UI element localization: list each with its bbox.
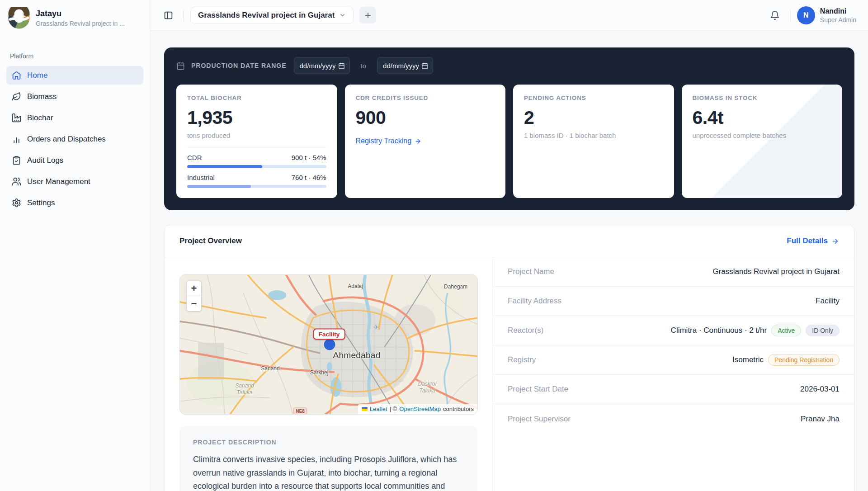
detail-label: Reactor(s)	[508, 326, 543, 335]
sidebar-item-label: Settings	[27, 198, 55, 208]
stat-card-cdr-credits: CDR CREDITS ISSUED 900 Registry Tracking	[345, 85, 506, 198]
project-overview-panel: Project Overview Full Details	[164, 225, 854, 491]
topbar-divider	[184, 9, 184, 21]
brand-subtitle: Grasslands Revival project in ...	[36, 20, 125, 27]
avatar[interactable]: N	[797, 6, 815, 24]
detail-label: Facility Address	[508, 297, 561, 306]
attribution-separator: | ©	[390, 406, 397, 412]
cdr-progress-fill	[187, 165, 262, 168]
map-zoom-in-button[interactable]: +	[187, 281, 201, 296]
stat-label: CDR CREDITS ISSUED	[356, 94, 495, 101]
users-icon	[12, 177, 21, 186]
stat-value: 900	[356, 107, 495, 128]
facility-map[interactable]: ✈ Adalaj Dahegam Ahmedabad Sanand Sarkhe…	[179, 274, 478, 415]
leaf-icon	[12, 92, 21, 101]
project-selector-dropdown[interactable]: Grasslands Revival project in Gujarat	[190, 7, 354, 24]
map-attribution: Leaflet | © OpenStreetMap contributors	[358, 404, 477, 414]
detail-label: Registry	[508, 355, 536, 364]
sidebar-nav: Home Biomass Biochar Orders and Dispatch…	[6, 66, 143, 212]
detail-label: Project Name	[508, 267, 554, 276]
topbar-divider	[790, 9, 791, 21]
sidebar-section-label: Platform	[10, 52, 140, 60]
overview-details: Project Name Grasslands Revival project …	[493, 257, 854, 491]
breakdown-name: Industrial	[187, 174, 215, 181]
bell-icon	[770, 10, 780, 20]
calendar-icon	[421, 62, 428, 69]
status-badge-id-only: ID Only	[806, 325, 840, 336]
status-badge-active: Active	[771, 325, 801, 336]
facility-marker[interactable]	[324, 339, 335, 350]
stat-card-pending-actions: PENDING ACTIONS 2 1 biomass ID · 1 bioch…	[513, 85, 674, 198]
stat-value: 1,935	[187, 107, 326, 128]
sidebar-item-audit-logs[interactable]: Audit Logs	[6, 151, 143, 170]
industrial-progress-fill	[187, 185, 251, 188]
airport-icon: ✈	[373, 323, 379, 331]
notifications-button[interactable]	[766, 6, 784, 24]
sidebar-item-label: User Management	[27, 177, 90, 186]
user-role: Super Admin	[820, 16, 856, 24]
project-description-text: Climitra converts invasive species, incl…	[193, 453, 464, 491]
user-name: Nandini	[820, 7, 856, 15]
industrial-progress-track	[187, 185, 326, 188]
sidebar-item-biochar[interactable]: Biochar	[6, 109, 143, 127]
sidebar-item-label: Orders and Dispatches	[27, 135, 106, 144]
chevron-down-icon	[339, 12, 346, 19]
openstreetmap-link[interactable]: OpenStreetMap	[399, 406, 441, 412]
map-road-badge: NE8	[293, 408, 307, 415]
calendar-icon	[176, 61, 185, 70]
brand-title: Jatayu	[36, 9, 125, 19]
map-zoom-out-button[interactable]: −	[187, 296, 201, 311]
stat-subtitle: tons produced	[187, 132, 326, 139]
registry-tracking-label: Registry Tracking	[356, 137, 412, 145]
sidebar-item-biomass[interactable]: Biomass	[6, 87, 143, 106]
sidebar-item-settings[interactable]: Settings	[6, 194, 143, 212]
sidebar-item-orders-and-dispatches[interactable]: Orders and Dispatches	[6, 130, 143, 148]
stat-value: 6.4t	[693, 107, 832, 128]
sidebar-item-label: Audit Logs	[27, 156, 63, 165]
sidebar-item-user-management[interactable]: User Management	[6, 172, 143, 191]
main-area: Grasslands Revival project in Gujarat N …	[150, 0, 868, 491]
date-to-placeholder: dd/mm/yyyy	[383, 62, 419, 70]
detail-row-project-start-date: Project Start Date 2026-03-01	[493, 375, 854, 404]
flag-icon	[362, 407, 368, 411]
cdr-progress-track	[187, 165, 326, 168]
detail-row-facility-address: Facility Address Facility	[493, 287, 854, 316]
stat-subtitle: unprocessed complete batches	[693, 132, 832, 139]
stat-label: PENDING ACTIONS	[524, 94, 663, 101]
factory-icon	[12, 113, 21, 123]
facility-tooltip: Facility	[313, 329, 345, 340]
breakdown-detail: 900 t · 54%	[292, 154, 326, 161]
detail-value: Climitra · Continuous · 2 t/hr	[671, 326, 767, 335]
date-to-input[interactable]: dd/mm/yyyy	[377, 57, 433, 74]
calendar-icon	[338, 62, 345, 69]
add-project-button[interactable]	[359, 7, 376, 24]
sidebar-item-home[interactable]: Home	[6, 66, 143, 85]
detail-value: Grasslands Revival project in Gujarat	[712, 267, 840, 276]
panel-left-icon	[164, 10, 173, 20]
arrow-right-icon	[415, 138, 421, 145]
date-from-placeholder: dd/mm/yyyy	[300, 62, 336, 70]
status-badge-pending-registration: Pending Registration	[768, 354, 840, 366]
detail-row-registry: Registry Isometric Pending Registration	[493, 345, 854, 375]
detail-row-project-supervisor: Project Supervisor Pranav Jha	[493, 404, 854, 434]
overview-left-column: ✈ Adalaj Dahegam Ahmedabad Sanand Sarkhe…	[165, 257, 493, 491]
detail-label: Project Supervisor	[508, 415, 571, 424]
arrow-right-icon	[831, 237, 839, 245]
date-from-input[interactable]: dd/mm/yyyy	[294, 57, 350, 74]
detail-value: Pranav Jha	[801, 415, 840, 424]
date-range-separator: to	[361, 62, 367, 70]
date-range-label: PRODUCTION DATE RANGE	[191, 62, 287, 69]
leaflet-link[interactable]: Leaflet	[370, 406, 387, 412]
full-details-link[interactable]: Full Details	[787, 236, 839, 246]
attribution-suffix: contributors	[443, 406, 474, 412]
registry-tracking-link[interactable]: Registry Tracking	[356, 137, 422, 145]
stat-subtitle: 1 biomass ID · 1 biochar batch	[524, 132, 663, 139]
sidebar-item-label: Home	[27, 71, 47, 80]
sidebar-toggle-button[interactable]	[159, 6, 177, 24]
stat-card-biomass-in-stock: BIOMASS IN STOCK 6.4t unprocessed comple…	[682, 85, 843, 198]
home-icon	[12, 71, 21, 80]
map-zoom-control: + −	[186, 281, 202, 312]
detail-row-project-name: Project Name Grasslands Revival project …	[493, 257, 854, 287]
project-selector-label: Grasslands Revival project in Gujarat	[198, 11, 335, 20]
sidebar: Jatayu Grasslands Revival project in ...…	[0, 0, 150, 491]
